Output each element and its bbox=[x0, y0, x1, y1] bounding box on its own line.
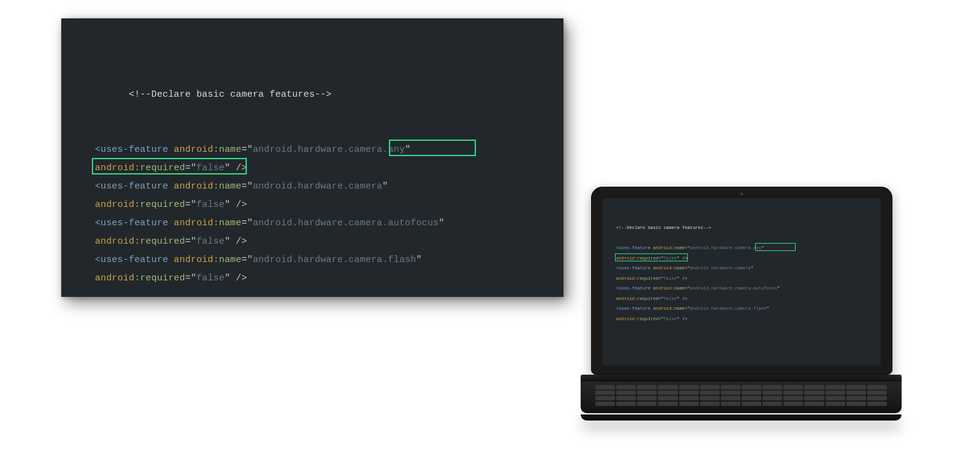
code-line-feature4b: android:required="false" /> bbox=[95, 269, 564, 288]
attr-ns: android: bbox=[95, 163, 140, 173]
punct-eq: =" bbox=[658, 296, 664, 301]
punct-qclose: " bbox=[382, 181, 388, 192]
string-camera: android.hardware.camera bbox=[253, 181, 383, 192]
punct-eq: =" bbox=[185, 163, 196, 173]
punct-eq: =" bbox=[685, 306, 690, 311]
string-false: false bbox=[197, 200, 225, 210]
punct-eq: =" bbox=[658, 256, 664, 261]
attr-ns: android: bbox=[616, 256, 637, 261]
punct-eq: =" bbox=[241, 144, 252, 155]
punct-qclose: " bbox=[439, 218, 444, 228]
punct-eq: =" bbox=[185, 273, 196, 283]
code-line-feature2a: <uses-feature android:name="android.hard… bbox=[95, 178, 564, 196]
attr-name: name bbox=[219, 255, 241, 265]
mini-line-feature4b: android:required="false" /> bbox=[616, 314, 881, 324]
attr-ns: android: bbox=[95, 273, 140, 283]
punct-eq: =" bbox=[241, 218, 252, 228]
code-line-feature2b: android:required="false" /> bbox=[95, 196, 564, 214]
attr-required: required bbox=[637, 296, 658, 301]
mini-code-comment-line: <!--Declare basic camera features--> bbox=[616, 223, 881, 233]
attr-required: required bbox=[637, 276, 658, 281]
punct-eq: =" bbox=[185, 200, 196, 210]
code-line-feature1a: <uses-feature android:name="android.hard… bbox=[95, 141, 564, 159]
mini-line-feature1b: android:required="false" /> bbox=[616, 253, 881, 264]
punct-close: " /> bbox=[225, 273, 247, 283]
punct-eq: =" bbox=[685, 245, 690, 250]
code-line-feature3a: <uses-feature android:name="android.hard… bbox=[95, 214, 564, 233]
code-line-feature1b: android:required="false" /> bbox=[95, 159, 564, 178]
attr-required: required bbox=[140, 200, 186, 210]
punct-eq: =" bbox=[241, 181, 252, 192]
laptop-base-edge bbox=[581, 414, 902, 421]
mini-line-feature3a: <uses-feature android:name="android.hard… bbox=[616, 283, 881, 294]
attr-ns: android: bbox=[174, 255, 219, 265]
laptop-mockup: <!--Declare basic camera features--> <us… bbox=[591, 187, 891, 421]
punct-close: " /> bbox=[677, 296, 687, 301]
tag-open: <uses-feature bbox=[616, 306, 650, 311]
code-panel-large: <!--Declare basic camera features--> <us… bbox=[61, 18, 564, 297]
attr-ns: android: bbox=[616, 316, 637, 321]
attr-required: required bbox=[140, 273, 186, 283]
laptop-screen-code: <!--Declare basic camera features--> <us… bbox=[603, 198, 881, 365]
string-false: false bbox=[197, 236, 225, 247]
attr-ns: android: bbox=[616, 296, 637, 301]
stage: <!--Declare basic camera features--> <us… bbox=[0, 0, 980, 453]
mini-line-feature2b: android:required="false" /> bbox=[616, 274, 881, 284]
punct-qclose: " bbox=[761, 245, 764, 250]
punct-eq: =" bbox=[685, 266, 690, 271]
attr-name: name bbox=[674, 306, 685, 311]
attr-required: required bbox=[637, 316, 658, 321]
tag-open: <uses-feature bbox=[95, 255, 168, 265]
code-line-feature3b: android:required="false" /> bbox=[95, 233, 564, 251]
code-comment: <!--Declare basic camera features--> bbox=[129, 89, 331, 100]
punct-close: " /> bbox=[677, 316, 687, 321]
punct-eq: =" bbox=[241, 255, 252, 265]
key-row bbox=[595, 391, 887, 395]
punct-qclose: " bbox=[751, 266, 753, 271]
string-camera-autofocus: android.hardware.camera.autofocus bbox=[690, 286, 777, 291]
attr-required: required bbox=[140, 163, 186, 173]
punct-qclose: " bbox=[767, 306, 769, 311]
key-row bbox=[595, 396, 887, 400]
string-false: false bbox=[664, 316, 677, 321]
punct-eq: =" bbox=[685, 286, 690, 291]
attr-ns: android: bbox=[174, 218, 219, 228]
string-false: false bbox=[664, 256, 677, 261]
string-camera-any: android.hardware.camera.any bbox=[690, 245, 761, 250]
punct-close: " /> bbox=[225, 236, 247, 247]
mini-line-feature1a: <uses-feature android:name="android.hard… bbox=[616, 243, 881, 253]
punct-qclose: " bbox=[417, 255, 422, 265]
key-row bbox=[595, 402, 887, 406]
key-row bbox=[595, 385, 887, 389]
punct-eq: =" bbox=[658, 276, 664, 281]
attr-name: name bbox=[674, 286, 685, 291]
attr-ns: android: bbox=[653, 245, 674, 250]
punct-close: " /> bbox=[225, 163, 247, 173]
laptop-base bbox=[581, 381, 902, 421]
punct-eq: =" bbox=[658, 316, 664, 321]
punct-close: " /> bbox=[677, 276, 687, 281]
tag-open: <uses-feature bbox=[616, 245, 650, 250]
attr-ns: android: bbox=[174, 144, 219, 155]
string-false: false bbox=[197, 163, 225, 173]
mini-code-comment: <!--Declare basic camera features--> bbox=[616, 225, 711, 230]
tag-open: <uses-feature bbox=[95, 218, 168, 228]
tag-open: <uses-feature bbox=[616, 286, 650, 291]
string-camera-flash: android.hardware.camera.flash bbox=[253, 255, 417, 265]
mini-blank-line bbox=[616, 233, 881, 244]
attr-required: required bbox=[637, 256, 658, 261]
attr-required: required bbox=[140, 236, 186, 247]
string-camera-flash: android.hardware.camera.flash bbox=[690, 306, 767, 311]
attr-ns: android: bbox=[653, 286, 674, 291]
attr-ns: android: bbox=[95, 236, 140, 247]
mini-line-feature2a: <uses-feature android:name="android.hard… bbox=[616, 263, 881, 274]
punct-close: " /> bbox=[225, 200, 247, 210]
string-false: false bbox=[664, 276, 677, 281]
attr-name: name bbox=[674, 266, 685, 271]
string-false: false bbox=[664, 296, 677, 301]
mini-line-feature3b: android:required="false" /> bbox=[616, 294, 881, 304]
attr-name: name bbox=[674, 245, 685, 250]
attr-name: name bbox=[219, 144, 241, 155]
punct-qclose: " bbox=[405, 144, 410, 155]
attr-name: name bbox=[219, 181, 241, 192]
